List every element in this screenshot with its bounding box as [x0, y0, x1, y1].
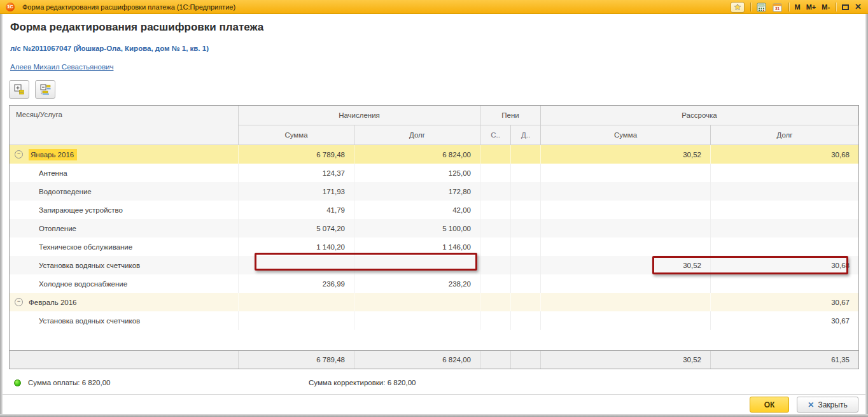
totals-accruals-sum: 6 789,48	[239, 351, 354, 369]
row-label: Водоотведение	[39, 188, 92, 195]
pen-debt-cell[interactable]	[511, 145, 541, 164]
close-window-button[interactable]: ✕	[855, 0, 862, 14]
month-service-cell[interactable]: Техническое обслуживание	[10, 237, 239, 256]
pen-sum-cell[interactable]	[480, 237, 511, 256]
close-button-label: Закрыть	[818, 400, 847, 409]
month-service-cell[interactable]: Установка водяных счетчиков	[10, 256, 239, 274]
accr-debt-cell[interactable]: 42,00	[354, 201, 480, 219]
inst-debt-cell[interactable]	[711, 219, 858, 237]
favorites-button[interactable]	[731, 2, 745, 13]
pen-debt-cell[interactable]	[511, 311, 541, 330]
accr-sum-cell[interactable]: 6 789,48	[239, 145, 354, 164]
accr-sum-cell[interactable]: 124,37	[239, 164, 354, 182]
pen-debt-cell[interactable]	[511, 274, 541, 293]
pen-debt-cell[interactable]	[511, 219, 541, 237]
inst-debt-cell[interactable]	[711, 237, 858, 256]
month-service-cell[interactable]: Установка водяных счетчиков	[10, 311, 239, 330]
table-totals-row: 6 789,48 6 824,00 30,52 61,35	[10, 350, 858, 369]
inst-debt-cell[interactable]: 30,67	[711, 311, 858, 330]
page-title: Форма редактирования расшифровки платежа	[10, 21, 263, 34]
month-service-cell[interactable]: −Февраль 2016	[10, 293, 239, 311]
row-label: Установка водяных счетчиков	[39, 317, 140, 325]
collapse-toggle-icon[interactable]: −	[15, 298, 23, 306]
calendar-button[interactable]: 31	[773, 2, 783, 12]
calculator-button[interactable]	[757, 2, 767, 12]
table-row: Антенна124,37125,00	[10, 164, 858, 182]
collapse-all-button[interactable]	[35, 80, 55, 99]
pen-debt-cell[interactable]	[511, 237, 541, 256]
row-label: Техническое обслуживание	[39, 243, 132, 251]
inst-sum-cell[interactable]	[541, 237, 711, 256]
person-link[interactable]: Алеев Михаил Севастьянович	[10, 63, 113, 71]
close-button[interactable]: ✕ Закрыть	[797, 397, 858, 413]
table-row: Холодное водоснабжение236,99238,20	[10, 274, 858, 293]
inst-sum-cell[interactable]	[541, 311, 711, 330]
inst-debt-cell[interactable]	[711, 164, 858, 182]
inst-sum-cell[interactable]	[541, 182, 711, 201]
memory-plus-button[interactable]: M+	[806, 0, 816, 14]
month-service-cell[interactable]: Водоотведение	[10, 182, 239, 201]
inst-debt-cell[interactable]: 30,67	[711, 293, 858, 311]
window-frame-right	[865, 14, 868, 417]
accr-sum-cell[interactable]: 41,79	[239, 201, 354, 219]
accr-sum-cell[interactable]	[239, 311, 354, 330]
accr-debt-cell[interactable]: 6 824,00	[354, 145, 480, 164]
inst-sum-cell[interactable]	[541, 274, 711, 293]
pen-sum-cell[interactable]	[480, 164, 511, 182]
month-service-cell[interactable]: Антенна	[10, 164, 239, 182]
inst-debt-cell[interactable]: 30,68	[711, 145, 858, 164]
inst-sum-cell[interactable]	[541, 219, 711, 237]
inst-debt-cell[interactable]	[711, 274, 858, 293]
window-titlebar: 1С Форма редактирования расшифровки плат…	[0, 0, 868, 14]
table-row: Запирающее устройство41,7942,00	[10, 201, 858, 219]
accr-sum-cell[interactable]: 171,93	[239, 182, 354, 201]
inst-sum-cell[interactable]	[541, 293, 711, 311]
accr-debt-cell[interactable]: 172,80	[354, 182, 480, 201]
calendar-icon: 31	[773, 3, 782, 12]
pen-sum-cell[interactable]	[480, 201, 511, 219]
memory-minus-button[interactable]: M-	[822, 0, 830, 14]
pen-sum-cell[interactable]	[480, 293, 511, 311]
pen-sum-cell[interactable]	[480, 219, 511, 237]
inst-sum-cell[interactable]	[541, 201, 711, 219]
pen-sum-cell[interactable]	[480, 145, 511, 164]
pen-debt-cell[interactable]	[511, 256, 541, 274]
inst-sum-cell[interactable]	[541, 164, 711, 182]
inst-debt-cell[interactable]	[711, 201, 858, 219]
accr-sum-cell[interactable]	[239, 293, 354, 311]
column-group-installment: Рассрочка	[541, 106, 858, 125]
month-service-cell[interactable]: Отопление	[10, 219, 239, 237]
pen-sum-cell[interactable]	[480, 311, 511, 330]
accr-debt-cell[interactable]: 125,00	[354, 164, 480, 182]
accr-sum-cell[interactable]: 236,99	[239, 274, 354, 293]
pen-sum-cell[interactable]	[480, 256, 511, 274]
titlebar-separator	[788, 3, 789, 11]
inst-sum-cell[interactable]: 30,52	[541, 145, 711, 164]
maximize-button[interactable]	[842, 4, 849, 10]
accr-sum-cell[interactable]: 5 074,20	[239, 219, 354, 237]
ok-button[interactable]: ОК	[750, 397, 789, 413]
expand-all-button[interactable]	[9, 80, 29, 99]
pen-debt-cell[interactable]	[511, 182, 541, 201]
month-service-cell[interactable]: −Январь 2016	[10, 145, 239, 164]
month-service-cell[interactable]: Запирающее устройство	[10, 201, 239, 219]
accr-debt-cell[interactable]	[354, 311, 480, 330]
table-row: Водоотведение171,93172,80	[10, 182, 858, 201]
pen-sum-cell[interactable]	[480, 182, 511, 201]
account-link[interactable]: л/с №2011067047 (Йошкар-Ола, Кирова, дом…	[10, 45, 209, 52]
inst-debt-cell[interactable]	[711, 182, 858, 201]
memory-button[interactable]: M	[795, 0, 801, 14]
collapse-toggle-icon[interactable]: −	[15, 150, 23, 159]
accr-debt-cell[interactable]	[354, 293, 480, 311]
accr-debt-cell[interactable]: 238,20	[354, 274, 480, 293]
table-row: Отопление5 074,205 100,00	[10, 219, 858, 237]
pen-debt-cell[interactable]	[511, 293, 541, 311]
annotation-rect-accruals-empty	[255, 253, 477, 271]
expand-all-icon	[14, 84, 25, 95]
table-row: Установка водяных счетчиков30,67	[10, 311, 858, 330]
accr-debt-cell[interactable]: 5 100,00	[354, 219, 480, 237]
pen-debt-cell[interactable]	[511, 164, 541, 182]
month-service-cell[interactable]: Холодное водоснабжение	[10, 274, 239, 293]
pen-sum-cell[interactable]	[480, 274, 511, 293]
pen-debt-cell[interactable]	[511, 201, 541, 219]
